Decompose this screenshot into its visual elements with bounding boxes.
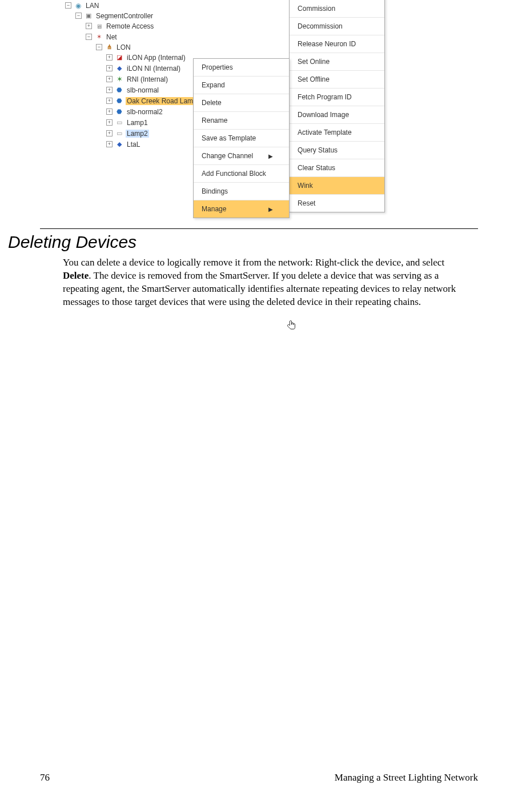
tree-label: LAN [85, 2, 100, 10]
page-footer: 76 Managing a Street Lighting Network [40, 772, 478, 783]
expander-icon[interactable]: + [106, 130, 113, 136]
menu-item-label: Download Image [298, 111, 349, 119]
menu-item[interactable]: Bindings [194, 183, 289, 200]
menu-item[interactable]: Delete [194, 94, 289, 112]
expander-icon[interactable]: − [75, 13, 82, 19]
tree-label: slb-normal2 [126, 108, 164, 116]
menu-item[interactable]: Properties [194, 59, 289, 77]
tree-label: iLON NI (Internal) [126, 65, 182, 73]
menu-item[interactable]: Decommission [290, 18, 384, 35]
tree-label: slb-normal [126, 86, 160, 94]
section-rule [40, 228, 478, 229]
menu-item[interactable]: Set Offline [290, 71, 384, 89]
menu-item-label: Clear Status [298, 164, 335, 172]
tree-label: iLON App (Internal) [126, 54, 187, 62]
context-submenu-manage[interactable]: ReplaceCommissionDecommissionRelease Neu… [289, 0, 385, 212]
context-menu[interactable]: PropertiesExpandDeleteRenameSave as Temp… [193, 58, 290, 218]
device-tree[interactable]: − LAN − SegmentController [63, 0, 212, 152]
expander-icon[interactable]: − [86, 34, 92, 40]
text: You can delete a device to logically rem… [63, 257, 444, 268]
expander-icon[interactable]: + [106, 98, 113, 104]
menu-item-label: Change Channel [202, 152, 253, 160]
expander-icon[interactable]: + [86, 23, 92, 29]
menu-item-label: Set Offline [298, 75, 330, 83]
expander-icon[interactable]: + [106, 87, 113, 93]
menu-item-label: Properties [202, 63, 233, 71]
device-icon [115, 75, 124, 84]
menu-item-label: Wink [298, 182, 313, 190]
device-icon [115, 86, 124, 95]
tree-label: RNI (Internal) [126, 75, 169, 83]
menu-item[interactable]: Download Image [290, 106, 384, 124]
menu-item-label: Add Functional Block [202, 170, 266, 178]
bold-text: Delete [63, 270, 89, 281]
menu-item[interactable]: Clear Status [290, 159, 384, 177]
menu-item[interactable]: Fetch Program ID [290, 89, 384, 106]
lon-icon [105, 43, 114, 52]
screenshot-figure: − LAN − SegmentController [63, 0, 478, 218]
menu-item-label: Save as Template [202, 134, 256, 142]
net-icon [94, 33, 103, 42]
tree-label: Lamp2 [126, 130, 149, 138]
menu-item[interactable]: Reset [290, 195, 384, 212]
expander-icon[interactable]: + [106, 65, 113, 71]
menu-item[interactable]: Manage▶ [194, 200, 289, 218]
tree-label: LON [115, 43, 132, 51]
expander-icon[interactable]: + [106, 108, 113, 115]
section-paragraph: You can delete a device to logically rem… [63, 256, 457, 309]
expander-icon[interactable]: + [106, 54, 113, 61]
tree-node-lon[interactable]: − LON [96, 42, 212, 52]
monitor-icon [94, 22, 103, 31]
menu-item-label: Manage [202, 205, 226, 213]
menu-item[interactable]: Activate Template [290, 124, 384, 142]
menu-item-label: Bindings [202, 187, 228, 195]
tree-node-segment[interactable]: − SegmentController [75, 11, 212, 21]
menu-item[interactable]: Release Neuron ID [290, 35, 384, 53]
tree-label: Lamp1 [126, 119, 149, 127]
menu-item[interactable]: Query Status [290, 142, 384, 159]
menu-item[interactable]: Rename [194, 112, 289, 130]
device-icon [115, 140, 124, 149]
tree-node-net[interactable]: − Net [86, 32, 212, 42]
menu-item-label: Delete [202, 99, 222, 107]
menu-item[interactable]: Expand [194, 77, 289, 94]
menu-item-label: Commission [298, 5, 335, 13]
controller-icon [84, 11, 93, 21]
menu-item-label: Decommission [298, 22, 343, 30]
tree-node-remote-access[interactable]: + Remote Access [86, 21, 212, 31]
expander-icon[interactable]: − [96, 44, 102, 50]
expander-icon[interactable]: − [65, 2, 71, 9]
network-icon [74, 1, 83, 10]
tree-node-lan[interactable]: − LAN [65, 1, 212, 10]
text: . The device is removed from the SmartSe… [63, 270, 456, 307]
expander-icon[interactable]: + [106, 76, 113, 82]
device-icon [115, 97, 124, 106]
hand-cursor-icon [286, 320, 298, 331]
menu-item-label: Release Neuron ID [298, 40, 356, 48]
device-icon [115, 118, 124, 127]
tree-label: Remote Access [105, 22, 155, 30]
menu-item-label: Rename [202, 116, 227, 124]
submenu-arrow-icon: ▶ [268, 206, 273, 212]
device-icon [115, 129, 124, 138]
menu-item-label: Reset [298, 199, 315, 207]
footer-title: Managing a Street Lighting Network [335, 772, 478, 783]
submenu-arrow-icon: ▶ [268, 153, 273, 159]
menu-item[interactable]: Wink [290, 177, 384, 195]
menu-item[interactable]: Change Channel▶ [194, 147, 289, 165]
menu-item[interactable]: Add Functional Block [194, 165, 289, 183]
menu-item-label: Activate Template [298, 128, 352, 136]
tree-label: SegmentController [95, 12, 154, 20]
device-icon [115, 64, 124, 73]
menu-item[interactable]: Save as Template [194, 130, 289, 147]
expander-icon[interactable]: + [106, 119, 113, 126]
menu-item[interactable]: Commission [290, 0, 384, 18]
menu-item[interactable]: Set Online [290, 53, 384, 71]
tree-label: Net [105, 33, 118, 41]
menu-item-label: Set Online [298, 58, 330, 66]
section-heading: Deleting Devices [8, 232, 478, 252]
expander-icon[interactable]: + [106, 141, 113, 147]
device-icon [115, 53, 124, 62]
tree-label: LtaL [126, 140, 141, 148]
menu-item-label: Fetch Program ID [298, 93, 352, 101]
